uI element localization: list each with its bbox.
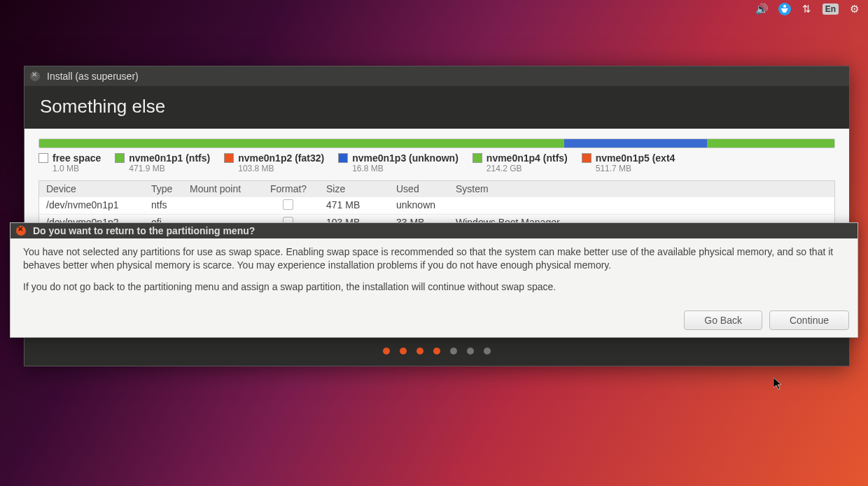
top-panel: En: [748, 0, 868, 18]
window-titlebar: Install (as superuser): [24, 66, 849, 86]
legend-item: nvme0n1p5 (ext4511.7 MB: [582, 152, 676, 173]
language-indicator[interactable]: En: [822, 3, 839, 15]
window-title: Install (as superuser): [47, 71, 139, 82]
volume-icon[interactable]: [755, 2, 769, 16]
page-title: Something else: [24, 86, 849, 129]
swap-warning-dialog: Do you want to return to the partitionin…: [10, 222, 858, 338]
legend-item: nvme0n1p2 (fat32)103.8 MB: [224, 152, 324, 173]
progress-dot: [383, 348, 390, 355]
progress-dot: [484, 348, 491, 355]
dialog-paragraph-2: If you do not go back to the partitionin…: [23, 280, 845, 294]
partition-table-header: DeviceTypeMount pointFormat?SizeUsedSyst…: [39, 181, 834, 196]
progress-dot: [467, 348, 474, 355]
progress-dot: [450, 348, 457, 355]
close-icon[interactable]: [16, 226, 26, 236]
partition-legend: free space1.0 MBnvme0n1p1 (ntfs)471.9 MB…: [38, 152, 835, 173]
dialog-title-text: Do you want to return to the partitionin…: [33, 225, 255, 236]
legend-item: nvme0n1p1 (ntfs)471.9 MB: [115, 152, 210, 173]
format-checkbox[interactable]: [283, 199, 293, 210]
progress-dot: [400, 348, 407, 355]
dialog-titlebar: Do you want to return to the partitionin…: [10, 223, 858, 238]
progress-dot: [416, 348, 424, 355]
network-icon[interactable]: [800, 2, 814, 16]
legend-item: nvme0n1p4 (ntfs)214.2 GB: [472, 152, 568, 173]
progress-dot: [433, 348, 440, 355]
close-icon[interactable]: [30, 71, 40, 81]
legend-item: nvme0n1p3 (unknown)16.8 MB: [338, 152, 458, 173]
dialog-body: You have not selected any partitions for…: [10, 238, 858, 310]
cursor-icon: [774, 378, 783, 392]
gear-icon[interactable]: [847, 2, 861, 16]
table-row[interactable]: /dev/nvme0n1p1ntfs471 MBunknown: [39, 196, 834, 214]
go-back-button[interactable]: Go Back: [684, 310, 762, 330]
accessibility-icon[interactable]: [778, 2, 792, 16]
dialog-paragraph-1: You have not selected any partitions for…: [23, 245, 845, 272]
legend-item: free space1.0 MB: [38, 152, 101, 173]
partition-usage-bar: [38, 138, 835, 148]
progress-dots: [24, 336, 849, 366]
dialog-buttons: Go Back Continue: [10, 310, 858, 337]
continue-button[interactable]: Continue: [769, 310, 849, 330]
